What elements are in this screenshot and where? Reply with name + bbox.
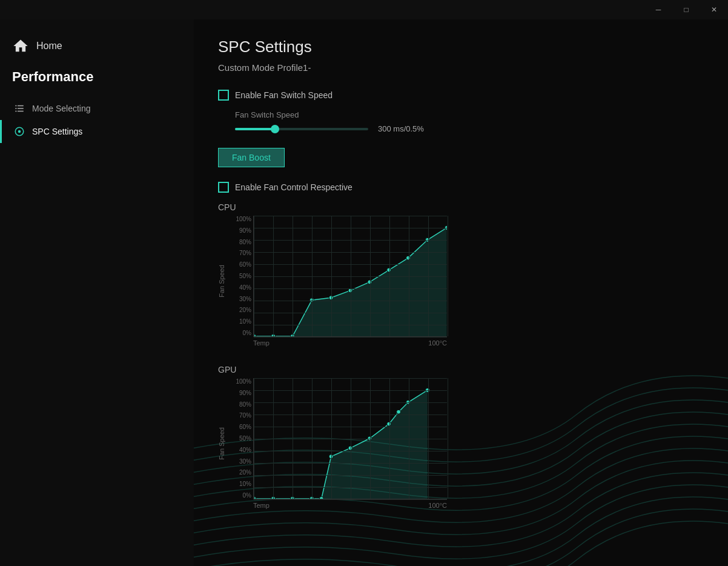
y-label: 40% bbox=[232, 284, 251, 291]
sidebar-item-spc-settings-label: SPC Settings bbox=[32, 127, 82, 136]
sidebar: Home Performance Mode Selecting SPC Sett… bbox=[0, 19, 194, 566]
y-label: 80% bbox=[232, 239, 251, 245]
y-label: 30% bbox=[232, 296, 251, 302]
cpu-chart-label: CPU bbox=[218, 202, 704, 212]
slider-row: 300 ms/0.5% bbox=[235, 124, 704, 133]
gpu-chart-label: GPU bbox=[218, 365, 704, 375]
sidebar-item-mode-selecting-label: Mode Selecting bbox=[32, 104, 91, 113]
svg-rect-3 bbox=[18, 108, 24, 109]
svg-point-23 bbox=[319, 497, 323, 499]
y-label: 50% bbox=[232, 435, 251, 442]
close-button[interactable]: ✕ bbox=[700, 0, 728, 19]
minimize-button[interactable]: ─ bbox=[644, 0, 672, 19]
fan-boost-button[interactable]: Fan Boost bbox=[218, 148, 285, 167]
cpu-chart-x-max-label: 100°C bbox=[428, 339, 447, 347]
y-label: 70% bbox=[232, 412, 251, 419]
gpu-chart-y-label: Fan Speed bbox=[218, 427, 225, 460]
home-icon bbox=[12, 38, 29, 55]
fan-switch-speed-slider[interactable] bbox=[235, 128, 368, 130]
svg-rect-4 bbox=[15, 111, 16, 112]
svg-rect-1 bbox=[18, 105, 24, 107]
enable-fan-control-checkbox[interactable] bbox=[218, 182, 229, 193]
enable-fan-switch-speed-label: Enable Fan Switch Speed bbox=[235, 90, 333, 100]
gpu-chart-grid: 100%90%80%70%60%50%40%30%20%10%0% bbox=[253, 378, 447, 499]
maximize-button[interactable]: □ bbox=[672, 0, 700, 19]
y-label: 90% bbox=[232, 227, 251, 234]
gpu-chart-x-max-label: 100°C bbox=[428, 502, 447, 509]
disc-icon bbox=[14, 126, 25, 137]
y-label: 0% bbox=[232, 330, 251, 336]
gpu-chart-x-labels: Temp 100°C bbox=[253, 502, 447, 509]
fan-switch-speed-section-label: Fan Switch Speed bbox=[235, 110, 704, 119]
y-label: 10% bbox=[232, 318, 251, 325]
y-label: 100% bbox=[232, 216, 251, 222]
enable-fan-switch-speed-checkbox[interactable] bbox=[218, 90, 229, 101]
cpu-chart-x-labels: Temp 100°C bbox=[253, 339, 447, 347]
cpu-chart-grid: 100%90%80%70%60%50%40%30%20%10%0% bbox=[253, 216, 447, 337]
enable-fan-control-row: Enable Fan Control Respective bbox=[218, 182, 704, 193]
y-label: 70% bbox=[232, 250, 251, 256]
svg-rect-5 bbox=[18, 111, 24, 112]
y-label: 60% bbox=[232, 424, 251, 430]
main-content: SPC Settings Custom Mode Profile1- Enabl… bbox=[194, 19, 728, 566]
y-label: 30% bbox=[232, 458, 251, 465]
page-title: SPC Settings bbox=[218, 38, 704, 56]
fan-switch-speed-section: Fan Switch Speed 300 ms/0.5% bbox=[218, 110, 704, 133]
y-label: 20% bbox=[232, 307, 251, 313]
cpu-y-labels: 100%90%80%70%60%50%40%30%20%10%0% bbox=[232, 216, 251, 336]
slider-value: 300 ms/0.5% bbox=[378, 124, 424, 133]
sidebar-section-title: Performance bbox=[0, 67, 194, 97]
y-label: 50% bbox=[232, 273, 251, 279]
y-label: 90% bbox=[232, 390, 251, 396]
sidebar-item-spc-settings[interactable]: SPC Settings bbox=[0, 120, 194, 143]
enable-fan-control-label: Enable Fan Control Respective bbox=[235, 182, 352, 192]
cpu-chart-section: CPU Fan Speed 100%90%80%70%60%50%40%30%2… bbox=[218, 202, 704, 347]
y-label: 60% bbox=[232, 261, 251, 268]
sidebar-item-mode-selecting[interactable]: Mode Selecting bbox=[0, 97, 194, 120]
sidebar-header: Home bbox=[0, 32, 194, 67]
enable-fan-switch-speed-row: Enable Fan Switch Speed bbox=[218, 90, 704, 101]
y-label: 100% bbox=[232, 378, 251, 385]
y-label: 20% bbox=[232, 469, 251, 476]
svg-point-28 bbox=[397, 410, 401, 414]
y-label: 80% bbox=[232, 401, 251, 408]
gpu-y-labels: 100%90%80%70%60%50%40%30%20%10%0% bbox=[232, 378, 251, 499]
y-label: 40% bbox=[232, 447, 251, 453]
y-label: 10% bbox=[232, 481, 251, 487]
profile-label: Custom Mode Profile1- bbox=[218, 62, 704, 73]
cpu-chart-x-temp-label: Temp bbox=[253, 339, 270, 347]
cpu-chart-y-label: Fan Speed bbox=[218, 265, 225, 298]
list-icon bbox=[14, 103, 25, 114]
titlebar: ─ □ ✕ bbox=[0, 0, 728, 19]
svg-rect-0 bbox=[15, 105, 16, 107]
svg-point-7 bbox=[18, 130, 21, 133]
gpu-chart-section: GPU Fan Speed 100%90%80%70%60%50%40%30%2… bbox=[218, 365, 704, 509]
y-label: 0% bbox=[232, 492, 251, 499]
svg-rect-2 bbox=[15, 108, 16, 109]
gpu-chart-x-temp-label: Temp bbox=[253, 502, 270, 509]
sidebar-home-label[interactable]: Home bbox=[36, 41, 62, 52]
